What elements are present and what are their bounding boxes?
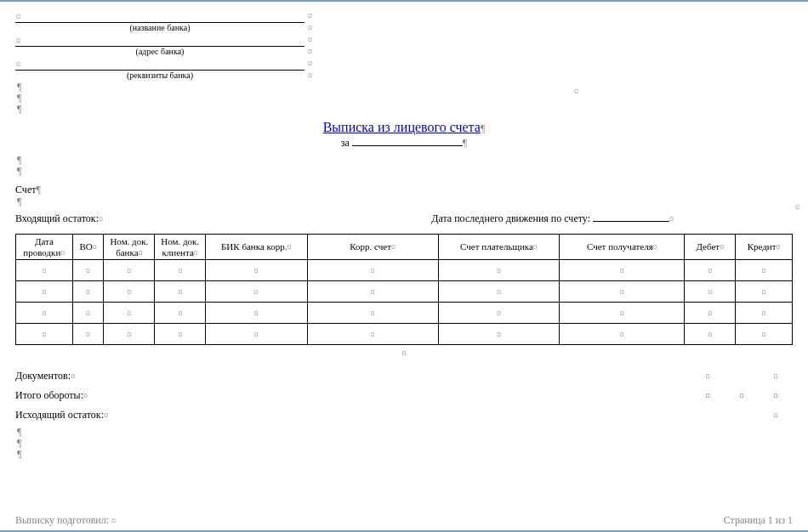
table-row: ¤¤¤¤¤¤¤¤¤¤ [16, 260, 793, 281]
header-right-marks: ¤ ¤ ¤ ¤ ¤ ¤ [308, 10, 312, 82]
stray-mark: ¤ [574, 87, 578, 96]
period-label: за [341, 137, 350, 149]
document-title: Выписка из лицевого счета [323, 120, 481, 134]
last-movement-value[interactable] [593, 212, 669, 222]
footer: Выписку подготовил: ¤ Страница 1 из 1 [15, 514, 793, 527]
bank-address-caption: (адрес банка) [15, 47, 304, 59]
page-number: Страница 1 из 1 [724, 514, 793, 527]
document-page: ¤ (название банка) ¤ (адрес банка) ¤ (ре… [0, 0, 808, 532]
table-row: ¤¤¤¤¤¤¤¤¤¤ [16, 324, 793, 345]
documents-label: Документов: [15, 370, 71, 382]
period-value[interactable] [352, 145, 463, 146]
bank-header: ¤ (название банка) ¤ (адрес банка) ¤ (ре… [15, 10, 304, 115]
transactions-table: Дата проводки¤ ВО¤ Ном. док. банка¤ Ном.… [15, 234, 793, 345]
outgoing-label: Исходящий остаток: [15, 409, 104, 421]
table-row: ¤¤¤¤¤¤¤¤¤¤ [16, 281, 793, 303]
table-header-row: Дата проводки¤ ВО¤ Ном. док. банка¤ Ном.… [16, 235, 793, 260]
bank-name-caption: (название банка) [15, 23, 304, 35]
last-movement-label: Дата последнего движения по счету: [431, 212, 590, 224]
prepared-label: Выписку подготовил: [15, 514, 109, 526]
table-row: ¤¤¤¤¤¤¤¤¤¤ [16, 303, 793, 324]
incoming-balance-label: Входящий остаток: [15, 212, 99, 224]
account-label: Счет [15, 184, 36, 195]
turnover-label: Итого обороты: [15, 389, 83, 401]
bank-req-caption: (реквизиты банка) [15, 71, 304, 82]
summary-block: Документов:¤ ¤¤ Итого обороты:¤ ¤¤¤ Исхо… [15, 370, 793, 422]
